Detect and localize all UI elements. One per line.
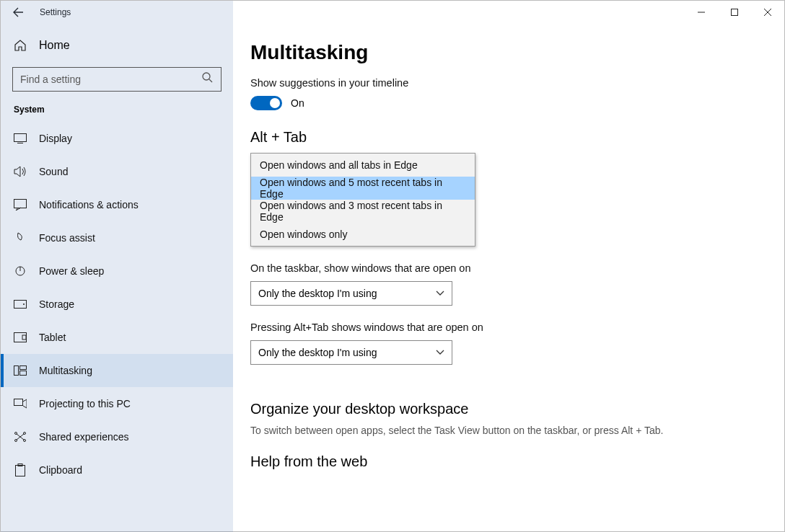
timeline-label: Show suggestions in your timeline — [250, 77, 755, 89]
sidebar-item-sound[interactable]: Sound — [1, 155, 233, 188]
sidebar-item-label: Storage — [39, 298, 74, 310]
sidebar-item-shared-experiences[interactable]: Shared experiences — [1, 420, 233, 453]
sidebar-item-focus-assist[interactable]: Focus assist — [1, 221, 233, 254]
sidebar-item-multitasking[interactable]: Multitasking — [1, 354, 233, 387]
sidebar-item-label: Shared experiences — [39, 431, 129, 443]
sidebar-item-label: Projecting to this PC — [39, 398, 131, 409]
chevron-down-icon — [436, 291, 444, 296]
alt-tab-option[interactable]: Open windows only — [251, 223, 475, 246]
sidebar-item-label: Clipboard — [39, 464, 82, 476]
search-button[interactable] — [201, 71, 217, 87]
taskbar-label: On the taskbar, show windows that are op… — [250, 262, 755, 274]
sidebar-item-notifications[interactable]: Notifications & actions — [1, 188, 233, 221]
organize-desc: To switch between open apps, select the … — [250, 425, 755, 436]
svg-rect-12 — [14, 399, 23, 406]
sound-icon — [14, 165, 27, 178]
alt-tab-option[interactable]: Open windows and all tabs in Edge — [251, 154, 475, 177]
home-label: Home — [39, 39, 70, 52]
maximize-button[interactable] — [718, 1, 751, 24]
notifications-icon — [14, 198, 27, 211]
minimize-icon — [698, 9, 705, 16]
chevron-down-icon — [436, 350, 444, 355]
timeline-toggle-row: On — [250, 96, 755, 110]
sidebar-item-label: Multitasking — [39, 365, 92, 376]
display-icon — [14, 132, 27, 145]
titlebar: Settings — [1, 1, 784, 24]
svg-rect-0 — [732, 9, 738, 16]
storage-icon — [14, 298, 27, 311]
svg-rect-7 — [14, 333, 27, 342]
svg-rect-11 — [20, 371, 27, 376]
svg-rect-10 — [20, 366, 27, 370]
svg-point-1 — [203, 73, 210, 80]
window-title: Settings — [40, 7, 71, 17]
sidebar-home[interactable]: Home — [1, 30, 233, 61]
projecting-icon — [14, 397, 27, 410]
search-icon — [201, 71, 213, 83]
alt-tab-option[interactable]: Open windows and 5 most recent tabs in E… — [251, 177, 475, 200]
sidebar-item-label: Tablet — [39, 332, 66, 343]
alt-tab-dropdown[interactable]: Open windows and all tabs in Edge Open w… — [250, 153, 475, 247]
tablet-icon — [14, 331, 27, 344]
timeline-state: On — [291, 97, 304, 109]
svg-rect-8 — [22, 335, 26, 340]
maximize-icon — [731, 9, 738, 16]
search-input[interactable] — [12, 67, 222, 92]
svg-rect-17 — [16, 466, 25, 476]
svg-point-6 — [23, 303, 25, 305]
multitasking-icon — [14, 364, 27, 377]
home-icon — [14, 39, 27, 52]
sidebar-section: System — [14, 105, 233, 115]
sidebar-item-label: Sound — [39, 166, 68, 177]
alttab-value: Only the desktop I'm using — [258, 347, 377, 358]
close-button[interactable] — [751, 1, 784, 24]
svg-rect-3 — [14, 200, 27, 208]
arrow-left-icon — [12, 6, 24, 18]
alt-tab-option[interactable]: Open windows and 3 most recent tabs in E… — [251, 200, 475, 223]
clipboard-icon — [14, 464, 27, 476]
svg-rect-2 — [14, 134, 27, 142]
sidebar-item-label: Notifications & actions — [39, 199, 139, 210]
sidebar-item-label: Power & sleep — [39, 265, 104, 277]
alttab-combo[interactable]: Only the desktop I'm using — [250, 340, 452, 365]
sidebar: Home System Display Sound — [1, 24, 233, 531]
page-title: Multitasking — [250, 41, 755, 64]
close-icon — [764, 9, 771, 16]
content-pane: Multitasking Show suggestions in your ti… — [233, 24, 784, 531]
nav-list: Display Sound Notifications & actions Fo… — [1, 122, 233, 487]
sidebar-item-label: Display — [39, 133, 72, 144]
search-wrap — [12, 67, 222, 92]
power-icon — [14, 265, 27, 278]
sidebar-item-clipboard[interactable]: Clipboard — [1, 453, 233, 487]
organize-heading: Organize your desktop workspace — [250, 401, 755, 417]
timeline-toggle[interactable] — [250, 96, 282, 110]
taskbar-combo[interactable]: Only the desktop I'm using — [250, 281, 452, 306]
alttab-label: Pressing Alt+Tab shows windows that are … — [250, 322, 755, 333]
sidebar-item-label: Focus assist — [39, 232, 95, 244]
svg-rect-9 — [14, 366, 19, 376]
back-button[interactable] — [1, 1, 35, 24]
settings-window: Settings Home — [0, 0, 785, 532]
help-heading: Help from the web — [250, 453, 755, 470]
sidebar-item-display[interactable]: Display — [1, 122, 233, 155]
shared-experiences-icon — [14, 430, 27, 443]
taskbar-value: Only the desktop I'm using — [258, 288, 377, 299]
sidebar-item-tablet[interactable]: Tablet — [1, 321, 233, 354]
sidebar-item-storage[interactable]: Storage — [1, 288, 233, 321]
minimize-button[interactable] — [685, 1, 718, 24]
focus-assist-icon — [14, 231, 27, 244]
alt-tab-heading: Alt + Tab — [250, 129, 755, 146]
sidebar-item-power-sleep[interactable]: Power & sleep — [1, 254, 233, 288]
sidebar-item-projecting[interactable]: Projecting to this PC — [1, 387, 233, 420]
